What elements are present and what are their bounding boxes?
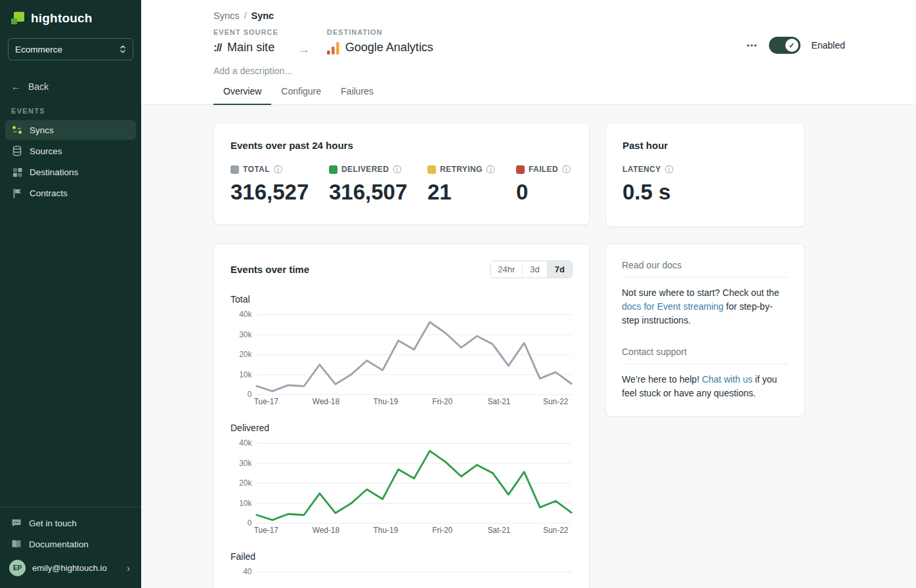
- more-options-button[interactable]: •••: [747, 41, 758, 51]
- docs-text: Not sure where to start? Check out the d…: [622, 286, 789, 327]
- chart-title: Delivered: [230, 423, 573, 433]
- stat-delivered: DELIVERED ⓘ 316,507: [329, 165, 427, 205]
- failed-chart: Failed 403020100Tue-17Wed-18Thu-19Fri-20…: [230, 551, 573, 588]
- sidebar-footer: Get in touch Documentation EP emily@high…: [0, 507, 141, 588]
- read-docs-heading: Read our docs: [622, 260, 789, 270]
- docs-text-before: Not sure where to start? Check out the: [622, 287, 779, 298]
- support-text: We’re here to help! Chat with us if you …: [622, 373, 789, 400]
- flag-icon: [12, 188, 22, 198]
- delivered-swatch: [329, 165, 338, 174]
- description-field[interactable]: Add a description...: [213, 66, 916, 76]
- grid-icon: [12, 167, 22, 177]
- info-icon[interactable]: ⓘ: [274, 165, 282, 174]
- hightouch-logo-icon: [11, 11, 25, 26]
- chart-title: Total: [230, 294, 573, 304]
- total-chart: Total 40k30k20k10k0Tue-17Wed-18Thu-19Fri…: [230, 294, 573, 407]
- failed-line-chart: 403020100Tue-17Wed-18Thu-19Fri-20Sat-21S…: [230, 566, 573, 588]
- sidebar-item-label: Syncs: [30, 125, 54, 135]
- info-icon[interactable]: ⓘ: [393, 165, 401, 174]
- sidebar-item-contracts[interactable]: Contracts: [5, 183, 136, 203]
- sidebar-item-syncs[interactable]: Syncs: [5, 120, 136, 140]
- range-3d-button[interactable]: 3d: [523, 261, 547, 278]
- breadcrumb: Syncs / Sync: [213, 10, 916, 21]
- logo-text: hightouch: [31, 11, 93, 26]
- svg-text:10k: 10k: [239, 370, 251, 379]
- chart-title: Failed: [230, 551, 573, 562]
- destination-name[interactable]: Google Analytics: [345, 41, 433, 54]
- destination-label: DESTINATION: [327, 28, 433, 36]
- failed-swatch: [516, 165, 525, 174]
- svg-text:Tue-17: Tue-17: [254, 397, 278, 406]
- delivered-chart: Delivered 40k30k20k10k0Tue-17Wed-18Thu-1…: [230, 423, 573, 536]
- workspace-select[interactable]: Ecommerce: [8, 38, 133, 60]
- tab-overview[interactable]: Overview: [213, 86, 271, 105]
- svg-text:40k: 40k: [239, 439, 251, 448]
- enabled-toggle[interactable]: ✓: [769, 37, 800, 54]
- svg-text:20k: 20k: [239, 478, 251, 488]
- sidebar-item-sources[interactable]: Sources: [5, 141, 136, 161]
- sidebar-item-label: Destinations: [30, 167, 78, 177]
- event-source-name[interactable]: Main site: [227, 41, 274, 54]
- tab-failures[interactable]: Failures: [331, 86, 383, 105]
- account-email: emily@hightouch.io: [32, 563, 107, 573]
- flow-arrow-icon: →: [298, 43, 310, 56]
- footer-item-label: Documentation: [29, 539, 89, 549]
- chat-with-us-link[interactable]: Chat with us: [702, 374, 752, 385]
- card-title: Events over time: [230, 264, 309, 275]
- header-controls: ••• ✓ Enabled: [747, 37, 845, 54]
- stats-row: TOTAL ⓘ 316,527 DELIVERED ⓘ 316,507: [230, 165, 573, 205]
- svg-text:20k: 20k: [239, 350, 251, 359]
- event-source-label: EVENT SOURCE: [213, 28, 278, 36]
- stat-label: RETRYING: [440, 165, 483, 174]
- delivered-line-chart: 40k30k20k10k0Tue-17Wed-18Thu-19Fri-20Sat…: [230, 437, 573, 536]
- sidebar: hightouch Ecommerce ← Back EVENTS Syncs: [0, 0, 141, 588]
- footer-item-label: Get in touch: [29, 518, 77, 528]
- retrying-swatch: [427, 165, 436, 174]
- hightouch-logo[interactable]: hightouch: [0, 0, 141, 35]
- database-icon: [12, 146, 22, 156]
- latency-label: LATENCY: [622, 165, 661, 174]
- svg-text:30k: 30k: [239, 330, 251, 339]
- breadcrumb-syncs-link[interactable]: Syncs: [213, 10, 240, 21]
- svg-text:0: 0: [248, 390, 252, 399]
- event-source-icon: ://: [213, 41, 221, 54]
- svg-text:0: 0: [248, 518, 252, 528]
- svg-text:Sat-21: Sat-21: [487, 526, 510, 536]
- events-24h-card: Events over past 24 hours TOTAL ⓘ 316,52…: [213, 123, 590, 225]
- info-icon[interactable]: ⓘ: [487, 165, 495, 174]
- svg-text:Thu-19: Thu-19: [374, 397, 399, 406]
- svg-text:40: 40: [243, 568, 252, 577]
- latency-value: 0.5 s: [622, 180, 788, 205]
- events-section-label: EVENTS: [11, 107, 130, 115]
- card-title: Events over past 24 hours: [230, 140, 573, 151]
- total-swatch: [230, 165, 239, 174]
- chevron-right-icon: ›: [127, 563, 130, 574]
- info-icon[interactable]: ⓘ: [665, 165, 674, 174]
- total-line-chart: 40k30k20k10k0Tue-17Wed-18Thu-19Fri-20Sat…: [230, 308, 573, 407]
- breadcrumb-separator: /: [244, 10, 247, 21]
- enabled-label: Enabled: [812, 40, 845, 51]
- svg-text:Tue-17: Tue-17: [254, 526, 278, 536]
- get-in-touch-button[interactable]: Get in touch: [0, 513, 141, 534]
- info-icon[interactable]: ⓘ: [562, 165, 571, 174]
- back-arrow-icon: ←: [11, 81, 21, 92]
- event-source-block: EVENT SOURCE :// Main site: [213, 28, 278, 54]
- svg-text:40k: 40k: [239, 310, 251, 319]
- google-analytics-icon: [327, 41, 339, 54]
- documentation-button[interactable]: Documentation: [0, 534, 141, 555]
- svg-text:Thu-19: Thu-19: [374, 526, 399, 536]
- contact-support-heading: Contact support: [622, 346, 789, 357]
- page-header: Syncs / Sync EVENT SOURCE :// Main site …: [141, 0, 916, 105]
- chat-bubble-icon: [11, 518, 22, 528]
- range-7d-button[interactable]: 7d: [548, 261, 572, 278]
- book-icon: [11, 539, 22, 549]
- stat-value: 21: [427, 180, 516, 205]
- divider: [622, 277, 789, 278]
- event-streaming-docs-link[interactable]: docs for Event streaming: [622, 301, 724, 312]
- tab-configure[interactable]: Configure: [271, 86, 331, 105]
- back-button[interactable]: ← Back: [0, 81, 141, 92]
- range-24hr-button[interactable]: 24hr: [491, 261, 523, 278]
- account-menu[interactable]: EP emily@hightouch.io ›: [0, 555, 141, 584]
- stat-label: DELIVERED: [341, 165, 389, 174]
- sidebar-item-destinations[interactable]: Destinations: [5, 162, 136, 182]
